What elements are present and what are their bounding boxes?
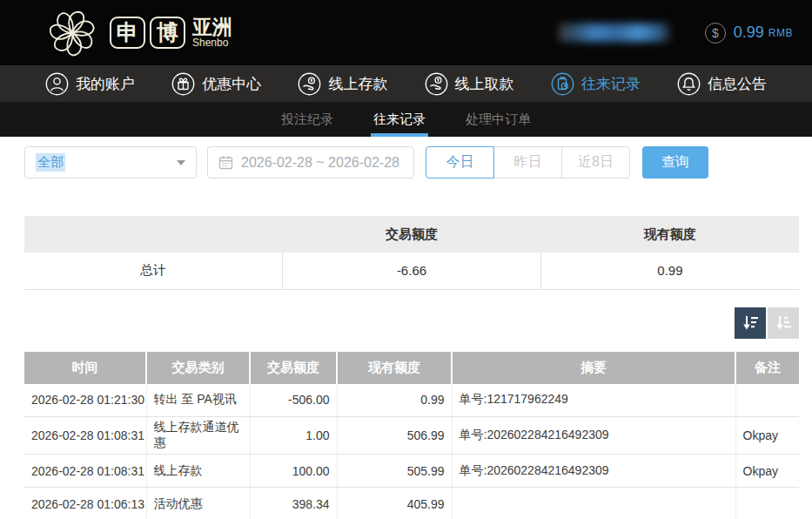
summary-header-row: 交易额度 现有额度 xyxy=(24,216,799,253)
sort-descending-icon xyxy=(741,313,760,333)
cell-time: 2026-02-28 01:08:31 xyxy=(24,455,146,488)
cell-balance: 506.99 xyxy=(337,417,452,455)
col-header-time: 时间 xyxy=(24,352,146,384)
user-icon xyxy=(45,72,69,96)
nav-label: 我的账户 xyxy=(76,74,135,94)
tab-label: 投注纪录 xyxy=(281,111,333,128)
nav-item-withdraw[interactable]: 线上取款 xyxy=(425,72,514,96)
logo-char-1: 申 xyxy=(110,17,145,49)
summary-header-trade: 交易额度 xyxy=(283,216,541,253)
main-nav: 我的账户 优惠中心 线上存款 线上取款 往来 xyxy=(0,65,812,103)
nav-item-promotions[interactable]: 优惠中心 xyxy=(171,72,261,96)
cell-summary: 单号:202602284216492309 xyxy=(452,417,735,455)
cell-remark: Okpay xyxy=(735,417,799,455)
cell-amount: -506.00 xyxy=(250,384,337,417)
nav-label: 往来记录 xyxy=(581,74,641,94)
table-row: 2026-02-28 01:08:31 线上存款 100.00 505.99 单… xyxy=(24,455,799,488)
table-row: 2026-02-28 01:06:13 活动优惠 398.34 405.99 xyxy=(24,488,799,519)
summary-header-empty xyxy=(24,216,283,253)
type-select-value: 全部 xyxy=(36,153,65,172)
search-button[interactable]: 查询 xyxy=(642,146,708,179)
cell-amount: 1.00 xyxy=(250,417,337,455)
brand-logo: 申 博 亚洲 Shenbo xyxy=(44,4,232,62)
cell-type: 转出 至 PA视讯 xyxy=(146,384,250,417)
summary-trade-total: -6.66 xyxy=(283,253,541,289)
table-row: 2026-02-28 01:21:30 转出 至 PA视讯 -506.00 0.… xyxy=(24,384,799,417)
tab-label: 处理中订单 xyxy=(466,111,531,128)
balance-currency: RMB xyxy=(768,27,793,39)
sort-descending-button[interactable] xyxy=(735,307,766,339)
cell-type: 线上存款 xyxy=(146,455,250,488)
logo-region-text: 亚洲 xyxy=(192,17,232,37)
nav-label: 线上存款 xyxy=(328,74,387,94)
cell-balance: 405.99 xyxy=(337,488,452,519)
quick-range-group: 今日 昨日 近8日 xyxy=(426,146,630,179)
type-select[interactable]: 全部 xyxy=(24,146,197,179)
top-bar: 申 博 亚洲 Shenbo $ 0.99 RMB xyxy=(0,0,812,65)
sort-ascending-button[interactable] xyxy=(768,307,799,339)
username-redacted xyxy=(559,24,670,42)
cell-summary: 单号:121717962249 xyxy=(452,384,735,417)
withdraw-icon xyxy=(425,72,448,96)
records-table: 时间 交易类别 交易额度 现有额度 摘要 备注 2026-02-28 01:21… xyxy=(24,352,799,519)
logo-char-2: 博 xyxy=(150,17,185,49)
col-header-type: 交易类别 xyxy=(146,352,250,384)
nav-item-my-account[interactable]: 我的账户 xyxy=(45,72,135,96)
cell-amount: 398.34 xyxy=(250,488,337,519)
summary-header-balance: 现有额度 xyxy=(540,216,799,253)
cell-summary: 单号:202602284216492309 xyxy=(452,455,735,488)
cell-remark xyxy=(735,384,799,417)
bell-icon xyxy=(677,72,701,96)
balance-amount: 0.99 xyxy=(734,24,764,42)
flower-logo-icon xyxy=(44,4,101,62)
quick-range-yesterday[interactable]: 昨日 xyxy=(493,146,562,179)
chevron-down-icon xyxy=(177,160,185,165)
tab-transaction-records[interactable]: 往来记录 xyxy=(353,103,446,137)
nav-item-announcements[interactable]: 信息公告 xyxy=(677,72,767,96)
content-area: 全部 2026-02-28 ~ 2026-02-28 今日 昨日 近8日 查询 xyxy=(0,146,812,519)
cell-time: 2026-02-28 01:08:31 xyxy=(24,417,146,455)
sort-controls xyxy=(24,307,799,339)
col-header-amount: 交易额度 xyxy=(250,352,337,384)
deposit-icon xyxy=(298,72,321,96)
records-icon xyxy=(551,72,574,96)
nav-item-transaction-records[interactable]: 往来记录 xyxy=(551,72,641,96)
cell-amount: 100.00 xyxy=(250,455,337,488)
quick-range-today[interactable]: 今日 xyxy=(426,146,494,179)
calendar-icon xyxy=(218,155,233,170)
summary-total-label: 总计 xyxy=(24,253,283,289)
cell-type: 活动优惠 xyxy=(146,488,250,519)
nav-item-deposit[interactable]: 线上存款 xyxy=(298,72,387,96)
nav-label: 信息公告 xyxy=(708,74,767,94)
gift-icon xyxy=(171,72,195,96)
quick-range-last8days[interactable]: 近8日 xyxy=(561,146,630,179)
col-header-balance: 现有额度 xyxy=(337,352,452,384)
table-row: 2026-02-28 01:08:31 线上存款通道优惠 1.00 506.99… xyxy=(24,417,799,455)
col-header-summary: 摘要 xyxy=(452,352,735,384)
cell-balance: 0.99 xyxy=(337,384,452,417)
col-header-remark: 备注 xyxy=(735,352,799,384)
cell-remark: Okpay xyxy=(735,455,799,488)
summary-balance-total: 0.99 xyxy=(540,253,799,289)
tab-betting-records[interactable]: 投注纪录 xyxy=(261,103,353,137)
summary-table: 交易额度 现有额度 总计 -6.66 0.99 xyxy=(24,216,799,290)
tab-pending-orders[interactable]: 处理中订单 xyxy=(446,103,551,137)
nav-label: 线上取款 xyxy=(455,74,514,94)
summary-total-row: 总计 -6.66 0.99 xyxy=(24,253,799,289)
record-subtabs: 投注纪录 往来记录 处理中订单 xyxy=(0,103,812,137)
cell-summary xyxy=(452,488,735,519)
sort-ascending-icon xyxy=(774,313,793,333)
cell-remark xyxy=(735,488,799,519)
date-range-value: 2026-02-28 ~ 2026-02-28 xyxy=(241,155,399,171)
tab-label: 往来记录 xyxy=(373,111,426,128)
cell-time: 2026-02-28 01:21:30 xyxy=(24,384,146,417)
filter-row: 全部 2026-02-28 ~ 2026-02-28 今日 昨日 近8日 查询 xyxy=(24,146,799,179)
cell-balance: 505.99 xyxy=(337,455,452,488)
logo-subtitle: Shenbo xyxy=(192,37,232,49)
cell-type: 线上存款通道优惠 xyxy=(146,417,250,455)
dollar-circle-icon: $ xyxy=(705,23,726,44)
nav-label: 优惠中心 xyxy=(202,74,261,94)
date-range-input[interactable]: 2026-02-28 ~ 2026-02-28 xyxy=(207,146,414,179)
cell-time: 2026-02-28 01:06:13 xyxy=(24,488,146,519)
records-header-row: 时间 交易类别 交易额度 现有额度 摘要 备注 xyxy=(24,352,799,384)
